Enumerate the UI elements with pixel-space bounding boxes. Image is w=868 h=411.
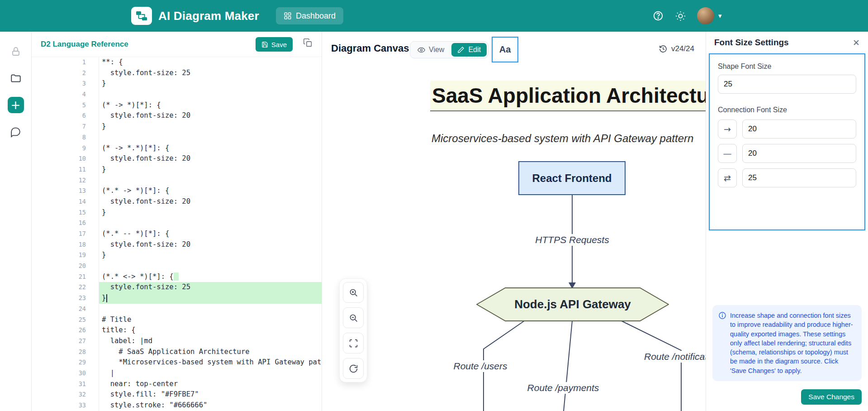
close-button[interactable]: ✕ [853,38,860,48]
line-number: 15 [32,207,99,218]
code-line[interactable]: 12 [32,175,322,186]
code-line[interactable]: 13(*.* -> *)[*]: { [32,186,322,196]
code-line[interactable]: 4 [32,89,322,100]
line-number: 29 [32,357,99,368]
code-line[interactable]: 14 style.font-size: 20 [32,196,322,207]
zoom-in-icon [349,288,358,297]
line-number: 21 [32,272,99,282]
code-line[interactable]: 1**: { [32,57,322,68]
new-diagram-button[interactable]: + [8,97,24,113]
code-line[interactable]: 28 # SaaS Application Architecture [32,347,322,358]
code-line[interactable]: 33 style.stroke: "#666666" [32,400,322,411]
edit-label: Edit [468,46,481,54]
code-line[interactable]: 31 near: top-center [32,379,322,390]
code-line[interactable]: 32 style.fill: "#F9FBE7" [32,389,322,400]
app-root: AI Diagram Maker Dashboard ▾ + [0,0,868,411]
code-line[interactable]: 24 [32,304,322,315]
code-line[interactable]: 22 style.font-size: 25 [32,282,322,293]
arrows-bidirectional-icon[interactable]: ⇄ [718,168,737,187]
edit-button[interactable]: Edit [451,43,487,57]
line-number: 12 [32,175,99,186]
line-number: 3 [32,78,99,89]
line-number: 22 [32,282,99,293]
edge-route-notifications [621,321,681,411]
code-line[interactable]: 27 label: |md [32,336,322,347]
code-line[interactable]: 10 style.font-size: 20 [32,153,322,164]
zoom-in-button[interactable] [343,282,364,303]
edge-label-https: HTTPS Requests [532,234,612,246]
avatar[interactable] [697,7,714,24]
account-menu[interactable]: ▾ [697,7,722,24]
files-button[interactable] [8,70,24,86]
theme-toggle-button[interactable] [675,10,686,22]
node-api-gateway[interactable]: Node.js API Gateway [476,287,669,321]
code-editor[interactable]: 1**: {2 style.font-size: 253}45(* -> *)[… [32,57,322,411]
version-indicator[interactable]: v24/24 [659,44,694,53]
code-text: (*.* -- *)[*]: { [99,229,322,239]
view-button[interactable]: View [412,43,450,57]
code-line[interactable]: 21(*.* <-> *)[*]: { [32,272,322,282]
zoom-out-button[interactable] [343,307,364,328]
line-number: 31 [32,379,99,390]
code-line[interactable]: 26title: { [32,325,322,336]
chat-icon [10,126,21,138]
code-text: (* -> *.*)[*]: { [99,143,322,154]
fit-view-button[interactable] [343,333,364,354]
chat-button[interactable] [8,124,24,140]
lock-button[interactable] [8,43,24,60]
code-line[interactable]: 17(*.* -- *)[*]: { [32,229,322,239]
code-line[interactable]: 23} [32,293,322,304]
line-number: 2 [32,68,99,79]
code-line[interactable]: 6 style.font-size: 20 [32,110,322,121]
save-changes-button[interactable]: Save Changes [801,389,862,405]
line-icon[interactable]: — [718,144,737,163]
code-line[interactable]: 30 | [32,368,322,379]
diagram-canvas[interactable]: SaaS Application Architecture Microservi… [322,57,706,411]
code-line[interactable]: 18 style.font-size: 20 [32,239,322,250]
diagram-subtitle: Microservices-based system with API Gate… [432,132,693,145]
code-line[interactable]: 16 [32,218,322,229]
line-number: 13 [32,186,99,196]
editor-title-link[interactable]: D2 Language Reference [41,40,128,49]
help-button[interactable] [652,10,664,22]
shape-font-size-input[interactable] [718,75,856,94]
dashboard-button[interactable]: Dashboard [276,7,343,24]
line-number: 9 [32,143,99,154]
font-size-button[interactable]: Aa [494,39,516,60]
chevron-down-icon[interactable]: ▾ [718,12,722,20]
save-button[interactable]: Save [256,37,293,52]
line-number: 14 [32,196,99,207]
code-line[interactable]: 7} [32,121,322,132]
save-icon [261,41,268,48]
code-line[interactable]: 3} [32,78,322,89]
app-title: AI Diagram Maker [158,9,259,23]
code-line[interactable]: 8 [32,132,322,143]
connection-bidirectional-font-size-input[interactable] [742,168,856,187]
code-line[interactable]: 9(* -> *.*)[*]: { [32,143,322,154]
code-line[interactable]: 5(* -> *)[*]: { [32,100,322,111]
view-edit-toggle: View Edit [410,41,489,58]
diagram-title-block: SaaS Application Architecture [430,81,706,111]
code-line[interactable]: 29 *Microservices-based system with API … [32,357,322,368]
line-number: 16 [32,218,99,229]
connection-line-font-size-input[interactable] [742,144,856,163]
copy-button[interactable] [303,38,313,49]
connection-row: — [718,144,856,163]
code-line[interactable]: 15} [32,207,322,218]
app-header: AI Diagram Maker Dashboard ▾ [0,0,868,32]
editor-header: D2 Language Reference Save [32,32,322,57]
code-line[interactable]: 19} [32,250,322,261]
connection-arrow-font-size-input[interactable] [742,119,856,139]
code-line[interactable]: 25# Title [32,315,322,325]
code-text: title: { [99,325,322,336]
shape-font-size-label: Shape Font Size [718,62,856,71]
code-text: near: top-center [99,379,322,390]
code-text: } [99,164,322,175]
node-react-frontend[interactable]: React Frontend [518,161,626,195]
arrow-right-icon[interactable]: → [718,119,737,139]
code-line[interactable]: 20 [32,261,322,272]
refresh-button[interactable] [343,358,364,379]
code-line[interactable]: 2 style.font-size: 25 [32,68,322,79]
code-line[interactable]: 11} [32,164,322,175]
line-number: 20 [32,261,99,272]
